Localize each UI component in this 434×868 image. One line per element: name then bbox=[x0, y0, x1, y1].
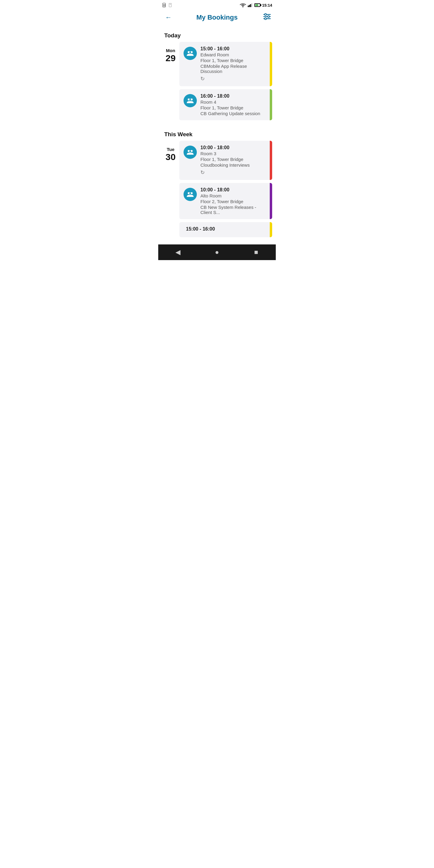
svg-rect-8 bbox=[248, 6, 249, 7]
svg-rect-3 bbox=[163, 5, 164, 6]
svg-point-15 bbox=[265, 13, 267, 16]
booking-title: Cloudbooking Interviews bbox=[200, 162, 267, 167]
main-content: Today Mon 29 bbox=[158, 25, 276, 244]
bookings-list-tue30: 10:00 - 18:00 Room 3 Floor 1, Tower Brid… bbox=[179, 141, 272, 237]
booking-card-inner: 10:00 - 18:00 Alto Room Floor 2, Tower B… bbox=[179, 183, 270, 219]
booking-icon bbox=[184, 47, 197, 60]
day-label-mon29: Mon 29 bbox=[162, 42, 179, 120]
day-label-tue30: Tue 30 bbox=[162, 141, 179, 237]
booking-accent bbox=[270, 141, 272, 180]
day-name: Mon bbox=[166, 48, 176, 53]
booking-details: 15:00 - 16:00 Edward Room Floor 1, Tower… bbox=[200, 46, 267, 82]
home-nav-button[interactable]: ● bbox=[208, 244, 226, 260]
booking-card[interactable]: 16:00 - 18:00 Room 4 Floor 1, Tower Brid… bbox=[179, 89, 272, 120]
time-display: 15:14 bbox=[262, 3, 272, 7]
booking-time: 15:00 - 16:00 bbox=[186, 226, 267, 232]
top-navigation: ← My Bookings bbox=[158, 10, 276, 25]
booking-title: CBMobile App Release Discussion bbox=[200, 64, 267, 74]
back-nav-button[interactable]: ◀ bbox=[169, 244, 187, 260]
repeat-icon: ↻ bbox=[200, 169, 267, 176]
svg-point-23 bbox=[189, 99, 191, 101]
booking-icon bbox=[184, 188, 197, 201]
booking-card-inner: 15:00 - 16:00 Edward Room Floor 1, Tower… bbox=[179, 42, 270, 86]
status-bar: 15:14 bbox=[158, 0, 276, 10]
section-today: Today Mon 29 bbox=[158, 27, 276, 120]
booking-card[interactable]: 10:00 - 18:00 Room 3 Floor 1, Tower Brid… bbox=[179, 141, 272, 180]
booking-accent bbox=[270, 42, 272, 86]
group-icon bbox=[186, 97, 194, 104]
section-label-today: Today bbox=[158, 27, 276, 42]
booking-details: 15:00 - 16:00 bbox=[184, 226, 267, 232]
day-group-mon29: Mon 29 bbox=[158, 42, 276, 120]
bookings-list-mon29: 15:00 - 16:00 Edward Room Floor 1, Tower… bbox=[179, 42, 272, 120]
section-label-this-week: This Week bbox=[158, 126, 276, 141]
svg-point-26 bbox=[189, 150, 191, 153]
booking-card-partial[interactable]: 15:00 - 16:00 bbox=[179, 222, 272, 237]
booking-icon bbox=[184, 94, 197, 107]
status-bar-right: 15:14 bbox=[240, 3, 272, 7]
booking-accent bbox=[270, 222, 272, 237]
booking-card-inner: 16:00 - 18:00 Room 4 Floor 1, Tower Brid… bbox=[179, 89, 270, 120]
booking-time: 15:00 - 16:00 bbox=[200, 46, 267, 52]
day-number: 30 bbox=[165, 152, 176, 162]
day-number: 29 bbox=[165, 53, 176, 63]
page-title: My Bookings bbox=[174, 13, 260, 22]
booking-location: Floor 2, Tower Bridge bbox=[200, 199, 267, 204]
booking-card-inner: 10:00 - 18:00 Room 3 Floor 1, Tower Brid… bbox=[179, 141, 270, 180]
booking-location: Floor 1, Tower Bridge bbox=[200, 157, 267, 162]
back-button[interactable]: ← bbox=[163, 13, 174, 22]
wifi-icon bbox=[240, 3, 246, 7]
group-icon bbox=[186, 50, 194, 57]
booking-time: 16:00 - 18:00 bbox=[200, 93, 267, 99]
svg-rect-2 bbox=[164, 4, 165, 5]
status-bar-left bbox=[162, 3, 173, 7]
booking-room: Room 4 bbox=[200, 99, 267, 104]
recent-nav-icon: ■ bbox=[254, 248, 258, 256]
booking-title: CB Gathering Update session bbox=[200, 111, 267, 116]
svg-rect-1 bbox=[163, 4, 164, 5]
sim-icon bbox=[162, 3, 167, 7]
booking-room: Edward Room bbox=[200, 52, 267, 57]
booking-details: 10:00 - 18:00 Alto Room Floor 2, Tower B… bbox=[200, 187, 267, 215]
booking-card-inner: 15:00 - 16:00 bbox=[179, 222, 270, 237]
group-icon bbox=[186, 190, 194, 198]
bottom-navigation: ◀ ● ■ bbox=[158, 244, 276, 260]
home-nav-icon: ● bbox=[215, 248, 219, 256]
svg-rect-10 bbox=[250, 4, 251, 7]
svg-point-20 bbox=[189, 52, 191, 54]
section-this-week: This Week Tue 30 bbox=[158, 126, 276, 237]
booking-time: 10:00 - 18:00 bbox=[200, 145, 267, 150]
recent-nav-button[interactable]: ■ bbox=[247, 244, 265, 260]
booking-location: Floor 1, Tower Bridge bbox=[200, 58, 267, 63]
booking-icon bbox=[184, 146, 197, 159]
booking-accent bbox=[270, 183, 272, 219]
booking-details: 16:00 - 18:00 Room 4 Floor 1, Tower Brid… bbox=[200, 93, 267, 116]
booking-card[interactable]: 10:00 - 18:00 Alto Room Floor 2, Tower B… bbox=[179, 183, 272, 219]
booking-accent bbox=[270, 89, 272, 120]
signal-icon bbox=[248, 3, 253, 7]
booking-room: Room 3 bbox=[200, 151, 267, 156]
svg-rect-11 bbox=[251, 3, 252, 7]
booking-time: 10:00 - 18:00 bbox=[200, 187, 267, 193]
svg-rect-9 bbox=[249, 5, 250, 7]
booking-title: CB New System Releases - Client S... bbox=[200, 205, 267, 215]
svg-point-16 bbox=[268, 16, 270, 18]
group-icon bbox=[186, 148, 194, 156]
sd-icon bbox=[168, 3, 173, 7]
repeat-icon: ↻ bbox=[200, 76, 267, 82]
booking-location: Floor 1, Tower Bridge bbox=[200, 105, 267, 110]
booking-details: 10:00 - 18:00 Room 3 Floor 1, Tower Brid… bbox=[200, 145, 267, 176]
day-name: Tue bbox=[167, 147, 175, 152]
booking-card[interactable]: 15:00 - 16:00 Edward Room Floor 1, Tower… bbox=[179, 42, 272, 86]
day-group-tue30: Tue 30 bbox=[158, 141, 276, 237]
battery-icon bbox=[254, 3, 260, 7]
svg-point-17 bbox=[265, 18, 267, 20]
booking-room: Alto Room bbox=[200, 193, 267, 198]
filter-button[interactable] bbox=[260, 13, 271, 22]
svg-point-29 bbox=[189, 193, 191, 195]
svg-rect-4 bbox=[164, 5, 165, 6]
back-nav-icon: ◀ bbox=[176, 248, 181, 256]
